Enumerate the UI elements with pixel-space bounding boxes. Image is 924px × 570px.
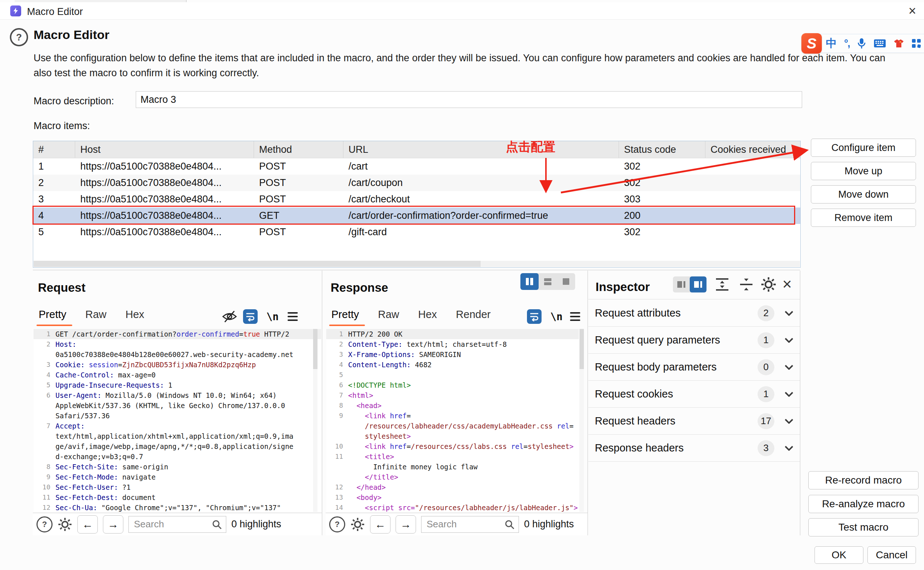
- editor-line: 1HTTP/2 200 OK: [326, 329, 579, 339]
- re-record-macro-button[interactable]: Re-record macro: [808, 471, 918, 489]
- ime-keyboard-icon[interactable]: [873, 39, 886, 48]
- cell-cookies: [705, 175, 800, 191]
- ok-button[interactable]: OK: [815, 546, 863, 564]
- inspector-title: Inspector: [596, 280, 650, 294]
- chevron-down-icon[interactable]: [784, 392, 794, 397]
- table-row[interactable]: 3https://0a5100c70388e0e4804...POST/cart…: [33, 191, 800, 207]
- search-help-icon[interactable]: ?: [37, 516, 52, 532]
- request-editor-scrollbar[interactable]: [313, 329, 318, 512]
- column-header-status-code[interactable]: Status code: [619, 141, 705, 158]
- inspector-section-request-cookies[interactable]: Request cookies1: [588, 381, 800, 408]
- table-row[interactable]: 1https://0a5100c70388e0e4804...POST/cart…: [33, 158, 800, 175]
- panel-divider-response-inspector[interactable]: [588, 271, 588, 535]
- cell-status: 303: [619, 191, 705, 207]
- chevron-down-icon[interactable]: [784, 365, 794, 370]
- layout-columns-icon[interactable]: [520, 273, 539, 290]
- hide-icon[interactable]: [222, 310, 237, 323]
- collapse-all-icon[interactable]: [738, 277, 754, 292]
- table-row[interactable]: 2https://0a5100c70388e0e4804...POST/cart…: [33, 175, 800, 191]
- ime-skin-icon[interactable]: [893, 39, 904, 48]
- test-macro-button[interactable]: Test macro: [808, 518, 918, 536]
- layout-rows-icon[interactable]: [539, 273, 557, 290]
- chevron-down-icon[interactable]: [784, 338, 794, 343]
- ime-punctuation-icon[interactable]: °,: [844, 38, 850, 49]
- search-prev-button[interactable]: ←: [77, 515, 98, 533]
- expand-all-icon[interactable]: [715, 277, 730, 292]
- word-wrap-toggle-icon[interactable]: [243, 309, 258, 324]
- search-next-button[interactable]: →: [396, 515, 416, 533]
- request-editor[interactable]: 1GET /cart/order-confirmation?order-conf…: [34, 329, 321, 512]
- request-active-tab-underline: [37, 325, 72, 326]
- remove-item-button[interactable]: Remove item: [811, 208, 916, 227]
- inspector-section-response-headers[interactable]: Response headers3: [588, 435, 800, 462]
- search-help-icon[interactable]: ?: [329, 516, 345, 532]
- editor-line: 6User-Agent: Mozilla/5.0 (Windows NT 10.…: [34, 390, 321, 400]
- show-newlines-icon[interactable]: \n: [266, 311, 279, 323]
- layout-single-icon[interactable]: [557, 273, 575, 290]
- request-tab-hex[interactable]: Hex: [126, 308, 144, 320]
- response-tab-raw[interactable]: Raw: [378, 308, 399, 320]
- cell-method: POST: [254, 224, 344, 240]
- show-newlines-icon[interactable]: \n: [550, 311, 563, 323]
- response-tab-render[interactable]: Render: [456, 308, 490, 320]
- request-menu-icon[interactable]: [287, 312, 298, 321]
- cell-method: POST: [254, 191, 344, 207]
- response-panel-title: Response: [331, 281, 388, 295]
- response-tab-hex[interactable]: Hex: [418, 308, 437, 320]
- move-up-button[interactable]: Move up: [811, 162, 916, 180]
- editor-line: ge/avif,image/webp,image/apng,*/*;q=0.8,…: [34, 441, 321, 452]
- chevron-down-icon[interactable]: [784, 419, 794, 424]
- inspector-settings-gear-icon[interactable]: [761, 276, 777, 293]
- chevron-down-icon[interactable]: [784, 446, 794, 451]
- column-header-url[interactable]: URL: [344, 141, 619, 158]
- request-tab-pretty[interactable]: Pretty: [39, 308, 66, 320]
- inspector-dock-left-icon[interactable]: [673, 276, 690, 293]
- column-header-method[interactable]: Method: [254, 141, 344, 158]
- panel-divider-request-response[interactable]: [322, 271, 322, 535]
- inspector-section-request-headers[interactable]: Request headers17: [588, 408, 800, 435]
- search-settings-gear-icon[interactable]: [350, 517, 365, 532]
- request-highlights-count: 0 highlights: [231, 519, 281, 530]
- response-editor-scrollbar[interactable]: [580, 329, 584, 512]
- cell-method: POST: [254, 175, 344, 191]
- inspector-close-icon[interactable]: ×: [783, 275, 792, 293]
- search-prev-button[interactable]: ←: [370, 515, 390, 533]
- ime-microphone-icon[interactable]: [857, 38, 866, 49]
- word-wrap-toggle-icon[interactable]: [527, 309, 542, 324]
- editor-line: Safari/537.36: [34, 411, 321, 421]
- search-settings-gear-icon[interactable]: [58, 517, 72, 532]
- re-analyze-macro-button[interactable]: Re-analyze macro: [808, 495, 918, 513]
- inspector-section-request-query-parameters[interactable]: Request query parameters1: [588, 327, 800, 354]
- ime-chinese-mode-icon[interactable]: 中: [826, 36, 837, 51]
- cell-num: 2: [33, 175, 75, 191]
- cancel-button[interactable]: Cancel: [867, 546, 916, 564]
- response-editor[interactable]: 1HTTP/2 200 OK2Content-Type: text/html; …: [326, 329, 579, 512]
- response-menu-icon[interactable]: [570, 312, 580, 321]
- table-horizontal-scrollbar[interactable]: [34, 261, 800, 267]
- table-row[interactable]: 4https://0a5100c70388e0e4804...GET/cart/…: [33, 207, 800, 224]
- editor-line: AppleWebKit/537.36 (KHTML, like Gecko) C…: [34, 400, 321, 411]
- move-down-button[interactable]: Move down: [811, 185, 916, 204]
- sogou-logo-icon[interactable]: S: [801, 33, 822, 54]
- inspector-section-request-body-parameters[interactable]: Request body parameters0: [588, 354, 800, 381]
- window-close-icon[interactable]: ×: [904, 4, 920, 18]
- inspector-section-request-attributes[interactable]: Request attributes2: [588, 300, 800, 327]
- macro-description-input[interactable]: [136, 91, 802, 108]
- table-row[interactable]: 5https://0a5100c70388e0e4804...POST/gift…: [33, 224, 800, 240]
- search-next-button[interactable]: →: [103, 515, 123, 533]
- help-icon[interactable]: ?: [10, 28, 28, 46]
- configure-item-button[interactable]: Configure item: [811, 139, 916, 157]
- ime-apps-grid-icon[interactable]: [912, 39, 921, 48]
- column-header--[interactable]: #: [33, 141, 75, 158]
- chevron-down-icon[interactable]: [784, 311, 794, 316]
- response-active-tab-underline: [329, 325, 365, 326]
- cell-host: https://0a5100c70388e0e4804...: [75, 207, 254, 224]
- request-tab-raw[interactable]: Raw: [85, 308, 107, 320]
- scrollbar-thumb[interactable]: [34, 261, 480, 267]
- inspector-dock-right-icon[interactable]: [690, 276, 706, 293]
- column-header-host[interactable]: Host: [75, 141, 254, 158]
- response-tab-pretty[interactable]: Pretty: [332, 308, 359, 320]
- column-header-cookies-received[interactable]: Cookies received: [705, 141, 800, 158]
- editor-line: 9Sec-Fetch-Mode: navigate: [34, 472, 321, 482]
- section-label: Request query parameters: [595, 334, 758, 346]
